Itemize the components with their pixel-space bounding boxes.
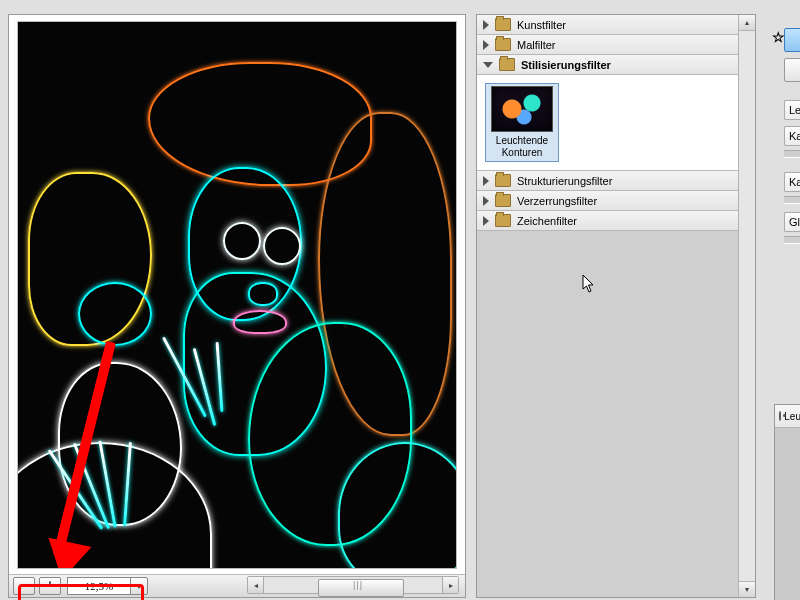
text-fragment: Kan (789, 174, 800, 190)
scroll-right-button[interactable]: ▸ (442, 577, 458, 593)
folder-icon (495, 38, 511, 51)
effect-layer-row[interactable]: Leu (775, 405, 800, 428)
preview-pane: – + ◂ ▸ (8, 14, 466, 598)
cancel-button[interactable] (784, 58, 800, 82)
zoom-in-button[interactable]: + (39, 577, 61, 595)
chevron-right-icon (483, 20, 489, 30)
chevron-right-icon (483, 176, 489, 186)
filter-thumbnail-grid: Leuchtende Konturen (477, 75, 739, 171)
param-edge-brightness-label: Kan (784, 172, 800, 192)
chevron-right-icon (483, 216, 489, 226)
category-label: Kunstfilter (517, 19, 566, 31)
text-fragment: Glä (789, 214, 800, 230)
param-edge-brightness-slider[interactable] (784, 196, 800, 204)
filter-category-panel: Kunstfilter Malfilter Stilisierungsfilte… (476, 14, 756, 598)
zoom-out-button[interactable]: – (13, 577, 35, 595)
preview-horizontal-scrollbar[interactable]: ◂ ▸ (247, 576, 459, 594)
category-label: Malfilter (517, 39, 556, 51)
folder-icon (495, 18, 511, 31)
zoom-level-input[interactable] (67, 577, 131, 595)
filter-category-stilisierungsfilter[interactable]: Stilisierungsfilter (477, 55, 739, 75)
chevron-right-icon (483, 40, 489, 50)
folder-icon (495, 214, 511, 227)
category-label: Stilisierungsfilter (521, 59, 611, 71)
scroll-left-button[interactable]: ◂ (248, 577, 264, 593)
folder-icon (499, 58, 515, 71)
filter-preview-canvas[interactable] (17, 21, 457, 569)
effect-layer-name: Leu (784, 411, 800, 422)
folder-icon (495, 194, 511, 207)
filter-category-kunstfilter[interactable]: Kunstfilter (477, 15, 739, 35)
scroll-up-button[interactable]: ▴ (739, 15, 755, 31)
filter-settings-panel: ☆ Leuc Kan Kan Glä Leu (766, 14, 800, 596)
filter-category-malfilter[interactable]: Malfilter (477, 35, 739, 55)
category-label: Zeichenfilter (517, 215, 577, 227)
text-fragment: Leuc (789, 102, 800, 118)
param-smoothness-slider[interactable] (784, 236, 800, 244)
param-smoothness-label: Glä (784, 212, 800, 232)
selected-filter-name[interactable]: Leuc (784, 100, 800, 120)
preview-image-placeholder (18, 22, 456, 568)
visibility-eye-icon[interactable] (779, 411, 781, 421)
ok-button[interactable] (784, 28, 800, 52)
effect-layers-list: Leu (774, 404, 800, 600)
filter-thumb-image (491, 86, 553, 132)
filter-thumb-label: Leuchtende Konturen (496, 135, 548, 158)
chevron-right-icon (483, 196, 489, 206)
zoom-toolbar: – + ◂ ▸ (9, 574, 465, 597)
filter-category-verzerrungsfilter[interactable]: Verzerrungsfilter (477, 191, 739, 211)
folder-icon (495, 174, 511, 187)
text-fragment: Kan (789, 128, 800, 144)
scroll-thumb[interactable] (318, 579, 404, 597)
param-edge-width-slider[interactable] (784, 150, 800, 158)
zoom-level-dropdown[interactable] (130, 577, 148, 595)
category-label: Strukturierungsfilter (517, 175, 612, 187)
filter-category-zeichenfilter[interactable]: Zeichenfilter (477, 211, 739, 231)
scroll-down-button[interactable]: ▾ (739, 581, 755, 597)
filter-vertical-scrollbar[interactable]: ▴ ▾ (738, 15, 755, 597)
chevron-down-icon (483, 62, 493, 68)
category-label: Verzerrungsfilter (517, 195, 597, 207)
filter-category-strukturierungsfilter[interactable]: Strukturierungsfilter (477, 171, 739, 191)
param-edge-width-label: Kan (784, 126, 800, 146)
filter-thumb-leuchtende-konturen[interactable]: Leuchtende Konturen (485, 83, 559, 162)
